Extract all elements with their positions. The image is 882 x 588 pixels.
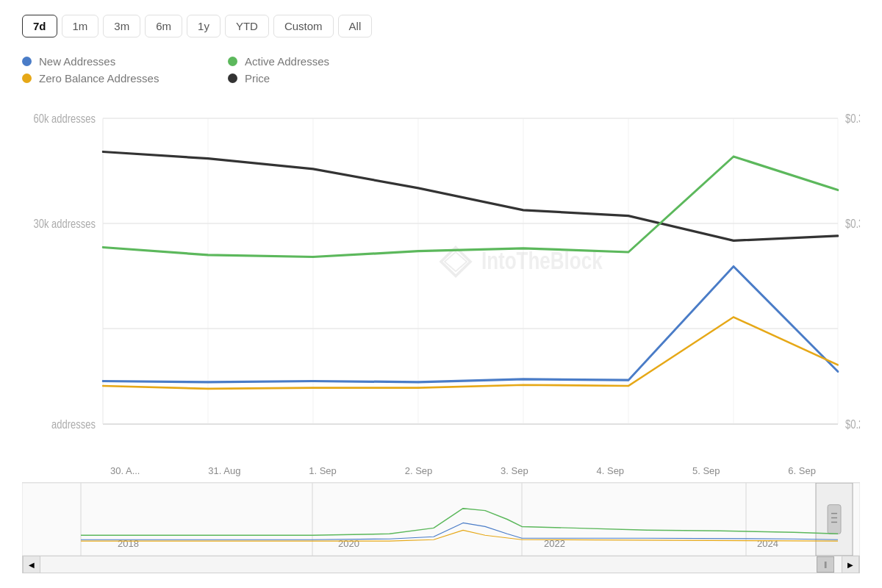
legend-item-1: Active Addresses	[228, 55, 404, 68]
svg-text:addresses: addresses	[51, 417, 96, 431]
scroll-right-button[interactable]: ▶	[842, 556, 859, 573]
time-btn-1y[interactable]: 1y	[187, 15, 220, 37]
time-btn-6m[interactable]: 6m	[145, 15, 182, 37]
time-btn-all[interactable]: All	[338, 15, 373, 37]
main-chart-svg: 60k addresses 30k addresses addresses $0…	[22, 99, 860, 462]
legend-label-3: Price	[245, 72, 270, 85]
legend-item-2: Zero Balance Addresses	[22, 72, 198, 85]
x-label-2: 1. Sep	[309, 465, 337, 476]
legend-dot-1	[228, 57, 237, 66]
svg-text:60k addresses: 60k addresses	[34, 112, 96, 126]
x-label-7: 6. Sep	[788, 465, 816, 476]
chart-wrapper: 60k addresses 30k addresses addresses $0…	[22, 99, 860, 573]
time-btn-3m[interactable]: 3m	[103, 15, 140, 37]
time-range-selector: 7d1m3m6m1yYTDCustomAll	[22, 15, 860, 37]
svg-text:$0.320000: $0.320000	[845, 217, 860, 231]
time-btn-custom[interactable]: Custom	[273, 15, 334, 37]
main-chart: 60k addresses 30k addresses addresses $0…	[22, 99, 860, 462]
x-label-5: 4. Sep	[597, 465, 625, 476]
main-container: 7d1m3m6m1yYTDCustomAll New Addresses Act…	[0, 0, 882, 588]
mini-chart-svg: 2018 2020 2022 2024	[22, 483, 860, 556]
x-label-4: 3. Sep	[501, 465, 528, 476]
chart-legend: New Addresses Active Addresses Zero Bala…	[22, 55, 404, 85]
legend-item-0: New Addresses	[22, 55, 198, 68]
x-label-6: 5. Sep	[692, 465, 720, 476]
svg-text:30k addresses: 30k addresses	[34, 217, 96, 231]
legend-label-1: Active Addresses	[245, 55, 329, 68]
svg-rect-21	[22, 483, 860, 556]
svg-rect-31	[828, 505, 841, 534]
x-axis-labels: 30. A...31. Aug1. Sep2. Sep3. Sep4. Sep5…	[22, 462, 860, 479]
x-label-0: 30. A...	[110, 465, 140, 476]
time-btn-ytd[interactable]: YTD	[225, 15, 269, 37]
scroll-thumb[interactable]: ‖	[817, 556, 834, 573]
legend-label-2: Zero Balance Addresses	[39, 72, 159, 85]
time-btn-7d[interactable]: 7d	[22, 15, 57, 37]
svg-text:$0.360000: $0.360000	[845, 112, 860, 126]
svg-text:2024: 2024	[757, 538, 778, 549]
x-label-3: 2. Sep	[405, 465, 433, 476]
svg-text:$0.280000: $0.280000	[845, 417, 860, 431]
mini-chart: 2018 2020 2022 2024	[22, 482, 860, 556]
legend-dot-2	[22, 74, 32, 83]
scroll-track[interactable]: ‖	[40, 556, 842, 573]
legend-dot-3	[228, 74, 237, 83]
legend-label-0: New Addresses	[39, 55, 115, 68]
scrollbar[interactable]: ◀ ‖ ▶	[22, 556, 860, 573]
x-label-1: 31. Aug	[208, 465, 240, 476]
legend-dot-0	[22, 57, 32, 66]
legend-item-3: Price	[228, 72, 404, 85]
scroll-left-button[interactable]: ◀	[23, 556, 40, 573]
time-btn-1m[interactable]: 1m	[62, 15, 99, 37]
